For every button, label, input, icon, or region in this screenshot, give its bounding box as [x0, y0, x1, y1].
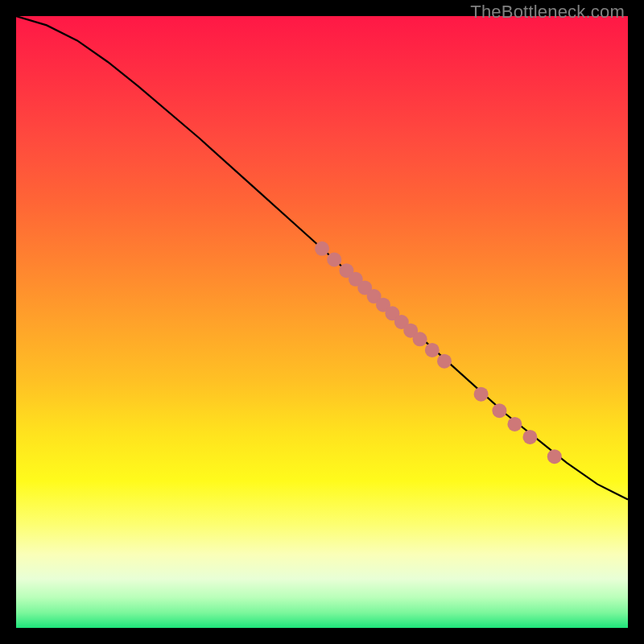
data-point — [522, 430, 537, 444]
data-point — [507, 417, 522, 431]
data-point — [315, 242, 329, 256]
data-point — [425, 343, 440, 357]
bottleneck-chart — [16, 16, 628, 628]
plot-background — [16, 16, 628, 628]
data-point — [474, 387, 489, 402]
data-point — [437, 354, 452, 369]
data-point — [413, 332, 427, 346]
data-point — [547, 449, 562, 464]
data-point — [327, 252, 341, 266]
data-point — [492, 403, 506, 418]
watermark-text: TheBottleneck.com — [470, 2, 625, 23]
